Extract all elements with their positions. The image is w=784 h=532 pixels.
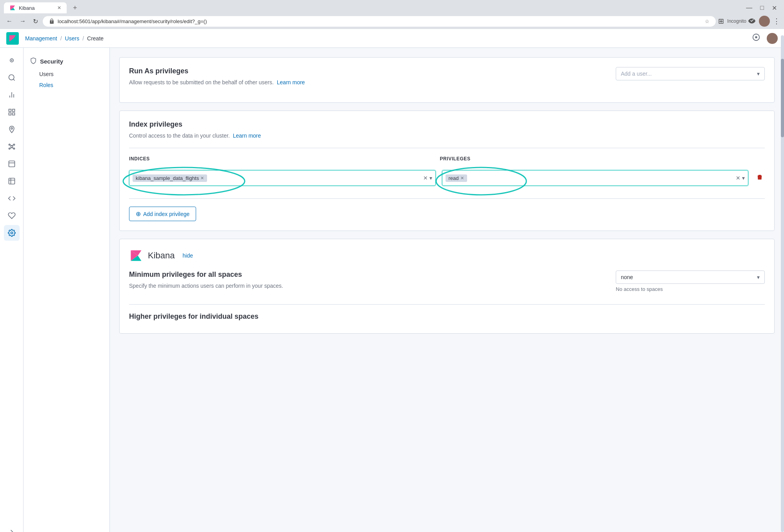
svg-point-17 [9,144,10,145]
menu-icon[interactable]: ⋮ [773,17,780,25]
index-privileges-title: Index privileges [129,120,765,129]
breadcrumb-management[interactable]: Management [25,35,57,42]
tab-close-button[interactable]: ✕ [57,5,61,11]
run-as-title: Run As privileges [129,67,606,75]
browser-controls-bar: ← → ↻ localhost:5601/app/kibana#/managem… [0,13,784,29]
sidebar-item-home[interactable] [4,53,20,68]
nav-item-roles[interactable]: Roles [24,80,109,91]
minimize-button[interactable]: — [743,4,755,12]
sidebar-item-visualize[interactable] [4,87,20,103]
min-priv-control: none ▾ No access to spaces [616,271,765,292]
privileges-label: Privileges [440,156,745,162]
index-divider-bottom [129,198,765,199]
sidebar-item-monitoring[interactable] [4,208,20,223]
min-priv-row: Minimum privileges for all spaces Specif… [129,271,765,296]
scrollbar[interactable] [781,35,784,532]
index-learn-more-link[interactable]: Learn more [233,133,261,139]
privileges-column-header: Privileges [440,156,745,164]
index-tag-close[interactable]: ✕ [200,176,204,181]
kibana-hide-link[interactable]: hide [183,252,193,259]
browser-tab[interactable]: Kibana ✕ [4,2,67,13]
topnav-right [750,31,778,45]
kibana-section-card: Kibana hide Minimum privileges for all s… [119,239,775,334]
svg-rect-13 [9,113,11,115]
privilege-clear-icon[interactable]: ✕ [736,175,740,181]
higher-priv-divider [129,304,765,305]
svg-line-21 [10,145,11,146]
maximize-button[interactable]: □ [757,4,767,12]
run-as-control: Add a user... ▾ [616,67,765,80]
back-button[interactable]: ← [4,16,15,26]
user-profile-avatar[interactable] [767,33,778,44]
sidebar-item-devtools[interactable] [4,191,20,206]
spaces-svg [752,33,760,42]
chevron-down-icon: ▾ [757,71,760,77]
sidebar-item-ml[interactable] [4,173,20,189]
extensions-icon[interactable]: ⊞ [718,17,724,25]
higher-priv-title: Higher privileges for individual spaces [129,312,765,321]
sidebar-item-canvas[interactable] [4,156,20,172]
browser-chrome: Kibana ✕ + — □ ✕ ← → ↻ localhost:5601/ap… [0,0,784,29]
add-index-privilege-button[interactable]: ⊕ Add index privilege [129,207,196,221]
app-topnav: Management / Users / Create [0,29,784,48]
run-as-description: Run As privileges Allow requests to be s… [129,67,606,93]
index-tag-kibana-flights: kibana_sample_data_flights ✕ [133,174,207,182]
forward-button[interactable]: → [17,16,28,26]
user-avatar[interactable] [759,16,770,27]
scrollbar-thumb[interactable] [781,59,784,137]
indices-combobox[interactable]: kibana_sample_data_flights ✕ ✕ ▾ [129,170,436,186]
svg-line-24 [12,148,13,149]
browser-right-controls: ⊞ Incognito ⋮ [718,16,780,27]
sidebar-item-discover[interactable] [4,70,20,85]
breadcrumb-sep-2: / [82,35,84,42]
sidebar-item-graph[interactable] [4,139,20,154]
combobox-controls: ✕ ▾ [423,175,432,181]
no-access-text: No access to spaces [616,286,765,292]
kibana-section-title: Kibana [148,251,175,261]
min-priv-dropdown[interactable]: none ▾ [616,271,765,284]
incognito-badge: Incognito [727,17,756,25]
sidebar-item-maps[interactable] [4,122,20,137]
nav-item-users[interactable]: Users [24,69,109,80]
svg-line-22 [12,145,13,146]
close-button[interactable]: ✕ [769,4,780,13]
app-container: Security Users Roles Run As privileges A… [0,48,784,532]
svg-point-16 [11,146,13,148]
indices-field: kibana_sample_data_flights ✕ ✕ ▾ [129,170,436,186]
run-as-card: Run As privileges Allow requests to be s… [119,57,775,103]
sidebar-item-collapse[interactable] [4,524,20,532]
index-divider-top [129,148,765,148]
incognito-label: Incognito [727,18,746,24]
address-text: localhost:5601/app/kibana#/management/se… [58,18,702,24]
spaces-icon[interactable] [750,31,762,45]
svg-rect-25 [9,161,15,167]
sidebar-item-dashboard[interactable] [4,104,20,120]
min-priv-title: Minimum privileges for all spaces [129,271,606,279]
kibana-header: Kibana hide [129,249,765,263]
trash-icon [756,174,763,181]
combobox-chevron-icon[interactable]: ▾ [429,175,432,181]
privilege-chevron-icon[interactable]: ▾ [742,175,745,181]
breadcrumb-sep-1: / [60,35,62,42]
new-tab-button[interactable]: + [70,3,80,13]
privilege-tag-close[interactable]: ✕ [460,176,464,181]
kibana-app-logo[interactable] [6,32,19,45]
svg-point-18 [13,144,15,145]
refresh-button[interactable]: ↻ [31,16,40,27]
privileges-combobox[interactable]: read ✕ ✕ ▾ [442,170,749,186]
sidebar-item-management[interactable] [4,225,20,241]
address-bar[interactable]: localhost:5601/app/kibana#/management/se… [43,16,716,27]
svg-line-23 [10,148,11,149]
nav-section-title-text: Security [40,58,63,65]
svg-point-27 [11,232,13,234]
run-as-row: Run As privileges Allow requests to be s… [129,67,765,93]
delete-index-row-button[interactable] [755,172,765,184]
bookmark-icon[interactable]: ☆ [705,18,709,24]
svg-point-10 [9,75,14,80]
breadcrumb-users[interactable]: Users [65,35,80,42]
combobox-clear-icon[interactable]: ✕ [423,175,428,181]
add-user-dropdown[interactable]: Add a user... ▾ [616,67,765,80]
run-as-learn-more-link[interactable]: Learn more [277,79,305,85]
add-plus-icon: ⊕ [136,210,141,218]
svg-point-7 [755,36,757,38]
